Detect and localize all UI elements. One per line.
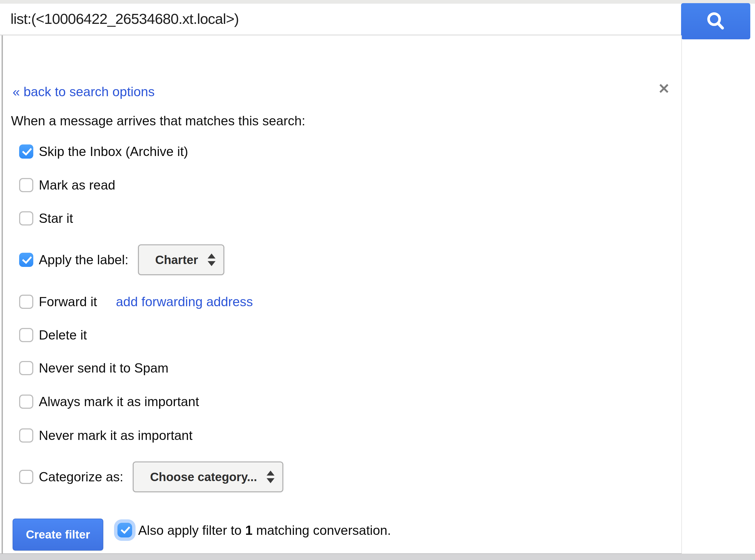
- filter-option-row-mark-read: Mark as read: [19, 178, 115, 193]
- filter-option-row-never-important: Never mark it as important: [19, 428, 192, 443]
- filter-options-list: Skip the Inbox (Archive it)Mark as readS…: [19, 144, 283, 503]
- categorize-dropdown[interactable]: Choose category...: [132, 461, 283, 492]
- skip-inbox-label: Skip the Inbox (Archive it): [39, 144, 188, 159]
- apply-label-label: Apply the label:: [39, 253, 128, 267]
- filter-option-row-star-it: Star it: [19, 211, 73, 226]
- mark-read-label: Mark as read: [39, 178, 115, 193]
- create-filter-button[interactable]: Create filter: [13, 519, 103, 551]
- search-icon: [704, 10, 727, 33]
- filter-option-row-never-spam: Never send it to Spam: [19, 361, 168, 376]
- dialog-left-border: [2, 35, 3, 554]
- always-important-checkbox[interactable]: [19, 395, 33, 409]
- matching-count: 1: [245, 523, 253, 538]
- create-filter-dialog: ✕ « back to search options When a messag…: [0, 35, 682, 554]
- search-button[interactable]: [681, 3, 750, 39]
- filter-option-row-always-important: Always mark it as important: [19, 394, 199, 409]
- dropdown-stepper-arrows-icon: [267, 471, 274, 483]
- page-top-strip: [0, 0, 755, 4]
- also-apply-checkbox[interactable]: [118, 523, 132, 537]
- categorize-checkbox[interactable]: [19, 470, 33, 484]
- filter-option-row-categorize: Categorize as:Choose category...: [19, 469, 283, 484]
- star-it-label: Star it: [39, 211, 73, 226]
- also-apply-label: Also apply filter to 1 matching conversa…: [138, 523, 391, 538]
- filter-option-row-forward-it: Forward itadd forwarding address: [19, 295, 253, 309]
- dropdown-stepper-arrows-icon: [208, 254, 216, 266]
- apply-label-checkbox[interactable]: [19, 253, 33, 267]
- skip-inbox-checkbox[interactable]: [19, 144, 33, 159]
- filter-option-row-apply-label: Apply the label:Charter: [19, 253, 224, 267]
- never-spam-checkbox[interactable]: [19, 361, 33, 375]
- search-input[interactable]: list:(<10006422_26534680.xt.local>): [11, 10, 239, 27]
- filter-option-row-skip-inbox: Skip the Inbox (Archive it): [19, 144, 188, 159]
- forward-it-checkbox[interactable]: [19, 295, 33, 309]
- categorize-dropdown-value: Choose category...: [150, 470, 257, 484]
- categorize-label: Categorize as:: [39, 469, 123, 484]
- search-bar: list:(<10006422_26534680.xt.local>): [0, 4, 681, 35]
- apply-label-dropdown[interactable]: Charter: [138, 244, 224, 275]
- delete-it-checkbox[interactable]: [19, 328, 33, 342]
- never-important-label: Never mark it as important: [39, 428, 192, 443]
- never-spam-label: Never send it to Spam: [39, 361, 168, 376]
- back-to-search-options-link[interactable]: « back to search options: [13, 84, 155, 99]
- delete-it-label: Delete it: [39, 328, 87, 342]
- filter-option-row-delete-it: Delete it: [19, 328, 87, 342]
- always-important-label: Always mark it as important: [39, 394, 199, 409]
- mark-read-checkbox[interactable]: [19, 178, 33, 192]
- star-it-checkbox[interactable]: [19, 211, 33, 225]
- forward-it-label: Forward it: [39, 295, 97, 309]
- also-apply-text-suffix: matching conversation.: [252, 523, 391, 538]
- also-apply-text-prefix: Also apply filter to: [138, 523, 245, 538]
- apply-label-dropdown-value: Charter: [155, 253, 198, 267]
- close-icon[interactable]: ✕: [656, 80, 671, 97]
- dialog-heading: When a message arrives that matches this…: [11, 113, 305, 128]
- page-bottom-bar: [0, 554, 755, 560]
- never-important-checkbox[interactable]: [19, 428, 33, 443]
- add-forwarding-address-link[interactable]: add forwarding address: [116, 294, 253, 309]
